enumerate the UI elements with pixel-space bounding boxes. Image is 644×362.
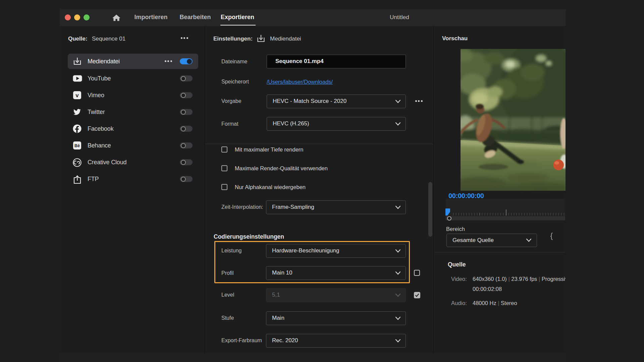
- svg-text:Bē: Bē: [74, 143, 80, 148]
- svg-text:v: v: [75, 92, 79, 99]
